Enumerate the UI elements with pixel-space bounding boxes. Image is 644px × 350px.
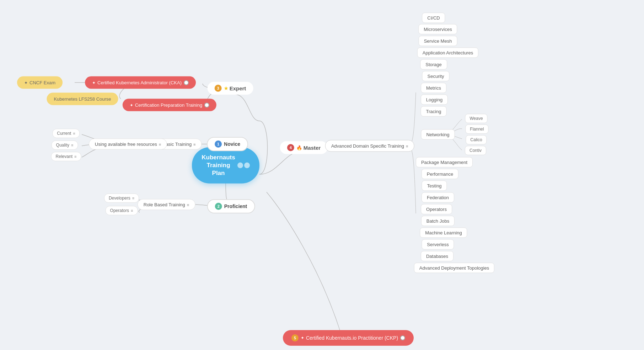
- right-performance[interactable]: Performance: [422, 169, 458, 179]
- basic-training-icon: ≡: [193, 142, 195, 146]
- networking-weave[interactable]: Weave: [465, 114, 487, 123]
- cert-prep-collapse[interactable]: [204, 102, 209, 107]
- right-adv-deploy[interactable]: Advanced Deployment Topologies: [414, 263, 494, 273]
- networking-label: Networking: [426, 132, 449, 137]
- storage-label: Storage: [425, 62, 442, 67]
- service-mesh-label: Service Mesh: [424, 38, 452, 44]
- quality-label: Quality: [56, 143, 69, 148]
- right-security[interactable]: Security: [422, 71, 450, 81]
- master-node[interactable]: 4 🔥 Master: [280, 141, 328, 154]
- quality-node[interactable]: Quality ≡: [52, 140, 78, 150]
- developers-label: Developers: [109, 196, 130, 201]
- contiv-label: Contiv: [469, 148, 482, 153]
- right-tracing[interactable]: Tracing: [421, 106, 447, 117]
- databases-label: Databases: [426, 254, 448, 259]
- batch-jobs-label: Batch Jobs: [426, 218, 449, 224]
- cert-prep-label: Certification Preparation Training: [135, 102, 202, 108]
- free-resources-icon: ≡: [159, 142, 161, 146]
- novice-node[interactable]: 1 Novice: [207, 137, 248, 151]
- cicd-label: CI/CD: [427, 15, 440, 21]
- lfs258-label: Kubernetes LFS258 Course: [54, 96, 111, 102]
- ml-label: Machine Learning: [425, 230, 462, 235]
- proficient-node[interactable]: 2 Proficient: [207, 199, 255, 213]
- ckp-icon: ✦: [301, 335, 304, 340]
- master-badge: 4: [287, 144, 294, 151]
- federation-label: Federation: [427, 195, 449, 200]
- current-label: Current: [57, 131, 71, 136]
- free-resources-node[interactable]: Using available free resources ≡: [89, 139, 167, 150]
- relevant-label: Relevant: [56, 154, 73, 159]
- calico-label: Calico: [470, 137, 482, 142]
- ckp-collapse[interactable]: [400, 335, 405, 340]
- performance-label: Performance: [427, 171, 453, 177]
- microservices-label: Microservices: [424, 27, 452, 32]
- right-logging[interactable]: Logging: [421, 95, 448, 105]
- right-metrics[interactable]: Metrics: [421, 83, 446, 93]
- master-fire: 🔥: [296, 145, 302, 150]
- developers-icon: ≡: [132, 196, 134, 200]
- right-app-arch[interactable]: Application Architectures: [417, 48, 478, 58]
- serverless-label: Serverless: [427, 242, 449, 247]
- lfs258-node[interactable]: Kubernetes LFS258 Course: [47, 93, 118, 105]
- developers-node[interactable]: Developers ≡: [104, 193, 139, 203]
- testing-label: Testing: [427, 183, 441, 189]
- pkg-mgmt-label: Package Management: [421, 160, 467, 165]
- advanced-domain-label: Advanced Domain Specific Training: [331, 143, 404, 149]
- operators-node[interactable]: Operators ≡: [106, 206, 138, 215]
- proficient-label: Proficient: [224, 203, 247, 209]
- master-label: Master: [304, 145, 321, 151]
- networking-contiv[interactable]: Contiv: [465, 146, 486, 155]
- current-icon: ≡: [73, 131, 75, 136]
- free-resources-label: Using available free resources: [95, 142, 157, 147]
- proficient-badge: 2: [215, 203, 222, 210]
- expert-node[interactable]: 3 ★ Expert: [208, 82, 253, 95]
- tracing-label: Tracing: [426, 109, 441, 114]
- right-networking[interactable]: Networking: [421, 129, 455, 140]
- right-ml[interactable]: Machine Learning: [420, 228, 467, 238]
- expert-badge: 3: [215, 85, 222, 92]
- novice-label: Novice: [224, 141, 240, 147]
- action-dot-2: [244, 163, 250, 168]
- cncf-icon: ✦: [24, 80, 28, 85]
- current-node[interactable]: Current ≡: [52, 129, 80, 138]
- right-pkg-mgmt[interactable]: Package Management: [416, 157, 473, 168]
- metrics-label: Metrics: [426, 85, 441, 91]
- weave-label: Weave: [469, 116, 483, 121]
- cka-label: Certified Kubernetes Administrator (CKA): [97, 80, 182, 85]
- app-arch-label: Application Architectures: [423, 50, 473, 55]
- ckp-node[interactable]: 5 ✦ Certified Kubernauts.io Practitioner…: [283, 330, 414, 346]
- ckp-label: Certified Kubernauts.io Practitioner (CK…: [306, 335, 398, 341]
- mindmap-canvas: Kubernauts Training Plan 3 ★ Expert 4 🔥 …: [0, 0, 644, 350]
- right-microservices[interactable]: Microservices: [418, 24, 457, 35]
- operators-label: Operators: [110, 208, 129, 213]
- networking-flannel[interactable]: Flannel: [465, 124, 488, 134]
- central-label: Kubernauts Training Plan: [202, 154, 235, 177]
- central-actions: [237, 163, 250, 168]
- expert-star: ★: [224, 86, 228, 91]
- right-databases[interactable]: Databases: [421, 251, 454, 261]
- novice-badge: 1: [215, 140, 222, 148]
- central-node[interactable]: Kubernauts Training Plan: [192, 147, 259, 184]
- cka-node[interactable]: ✦ Certified Kubernetes Administrator (CK…: [85, 76, 196, 89]
- right-testing[interactable]: Testing: [422, 181, 447, 191]
- operators-icon: ≡: [131, 208, 133, 213]
- advanced-domain-node[interactable]: Advanced Domain Specific Training ≡: [325, 140, 414, 152]
- role-based-node[interactable]: Role Based Training ≡: [138, 199, 195, 210]
- cka-collapse[interactable]: [184, 80, 189, 85]
- cert-prep-node[interactable]: ✦ Certification Preparation Training: [123, 99, 216, 111]
- right-cicd[interactable]: CI/CD: [422, 13, 445, 23]
- action-dot-1: [237, 163, 243, 168]
- cncf-label: CNCF Exam: [29, 80, 55, 85]
- relevant-node[interactable]: Relevant ≡: [51, 152, 81, 161]
- right-serverless[interactable]: Serverless: [422, 239, 454, 250]
- adv-deploy-label: Advanced Deployment Topologies: [419, 265, 489, 271]
- right-federation[interactable]: Federation: [422, 192, 454, 203]
- networking-calico[interactable]: Calico: [466, 135, 487, 144]
- right-operators[interactable]: Operators: [421, 204, 452, 214]
- security-label: Security: [428, 74, 444, 79]
- right-batch-jobs[interactable]: Batch Jobs: [421, 216, 455, 226]
- expert-label: Expert: [230, 85, 246, 91]
- right-service-mesh[interactable]: Service Mesh: [419, 36, 457, 46]
- cncf-node[interactable]: ✦ CNCF Exam: [17, 76, 63, 89]
- right-storage[interactable]: Storage: [420, 59, 447, 70]
